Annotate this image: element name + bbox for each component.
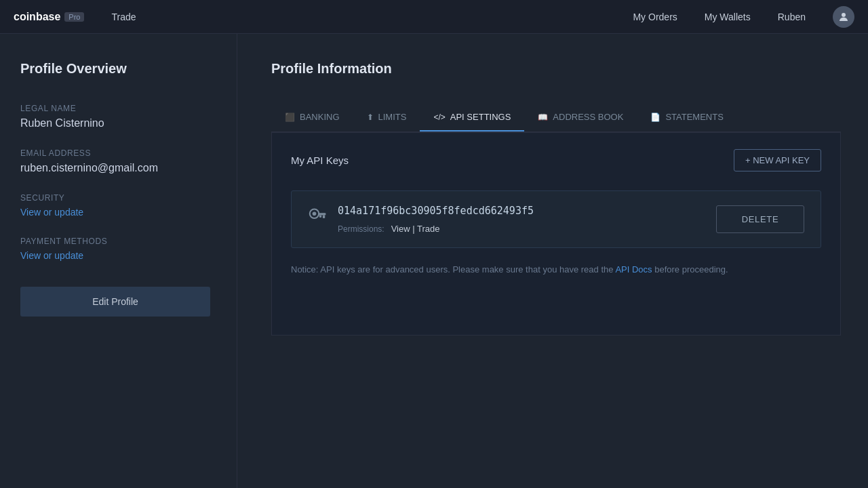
tab-api-settings[interactable]: </> API SETTINGS (420, 104, 524, 131)
security-link[interactable]: View or update (20, 207, 216, 218)
legal-name-label: Legal name (20, 104, 216, 113)
banking-icon: ⬛ (285, 113, 295, 122)
notice-text: Notice: API keys are for advanced users.… (291, 264, 615, 274)
payment-section: Payment Methods View or update (20, 237, 216, 261)
permissions-label: Permissions: (338, 224, 384, 234)
api-key-card: 014a171f96bc30905f8fedcd662493f5 Permiss… (291, 190, 821, 248)
nav-my-wallets[interactable]: My Wallets (705, 12, 751, 22)
security-label: Security (20, 193, 216, 203)
svg-rect-5 (319, 216, 321, 218)
tab-limits-label: LIMITS (378, 112, 407, 122)
new-api-key-button[interactable]: + NEW API KEY (734, 149, 821, 171)
api-notice: Notice: API keys are for advanced users.… (291, 264, 821, 274)
api-panel: My API Keys + NEW API KEY (271, 132, 841, 336)
sidebar-title: Profile Overview (20, 61, 216, 77)
pro-badge: Pro (64, 12, 84, 22)
tab-banking-label: BANKING (300, 112, 340, 122)
api-docs-link[interactable]: API Docs (615, 264, 652, 274)
edit-profile-button[interactable]: Edit Profile (20, 287, 210, 317)
security-section: Security View or update (20, 193, 216, 218)
tabs-bar: ⬛ BANKING ⬆ LIMITS </> API SETTINGS 📖 AD… (271, 104, 841, 132)
legal-name-value: Ruben Cisternino (20, 117, 216, 129)
tab-banking[interactable]: ⬛ BANKING (271, 104, 353, 131)
user-avatar[interactable] (833, 6, 854, 28)
topnav: coinbase Pro Trade My Orders My Wallets … (0, 0, 868, 34)
main-layout: Profile Overview Legal name Ruben Cister… (0, 34, 868, 488)
tab-statements-label: STATEMENTS (665, 112, 723, 122)
api-icon: </> (433, 113, 445, 122)
api-key-value: 014a171f96bc30905f8fedcd662493f5 (338, 205, 534, 217)
svg-rect-4 (323, 216, 325, 219)
payment-link[interactable]: View or update (20, 250, 216, 261)
svg-point-0 (842, 13, 846, 17)
nav-trade[interactable]: Trade (111, 12, 136, 22)
permissions-value: View | Trade (391, 224, 440, 234)
sidebar: Profile Overview Legal name Ruben Cister… (0, 34, 237, 488)
svg-rect-3 (318, 213, 326, 215)
api-keys-title: My API Keys (291, 155, 349, 166)
tab-address-book[interactable]: 📖 ADDRESS BOOK (524, 104, 637, 131)
nav-username[interactable]: Ruben (778, 12, 806, 22)
email-label: Email address (20, 148, 216, 158)
svg-point-2 (313, 211, 317, 216)
limits-icon: ⬆ (367, 113, 374, 122)
topnav-right: My Orders My Wallets Ruben (633, 6, 854, 28)
main-content: Profile Information ⬛ BANKING ⬆ LIMITS <… (237, 34, 868, 488)
tab-address-book-label: ADDRESS BOOK (553, 112, 623, 122)
email-value: ruben.cisternino@gmail.com (20, 162, 216, 174)
brand-logo[interactable]: coinbase Pro (14, 11, 84, 23)
key-icon (308, 206, 327, 230)
address-book-icon: 📖 (538, 113, 548, 122)
email-field: Email address ruben.cisternino@gmail.com (20, 148, 216, 174)
tab-statements[interactable]: 📄 STATEMENTS (637, 104, 736, 131)
key-icon-container (308, 205, 327, 230)
payment-label: Payment Methods (20, 237, 216, 246)
delete-api-key-button[interactable]: DELETE (716, 205, 804, 233)
api-key-info: 014a171f96bc30905f8fedcd662493f5 Permiss… (308, 205, 534, 234)
api-panel-header: My API Keys + NEW API KEY (291, 149, 821, 171)
page-title: Profile Information (271, 61, 841, 77)
statements-icon: 📄 (650, 113, 660, 122)
legal-name-field: Legal name Ruben Cisternino (20, 104, 216, 129)
api-permissions: Permissions: View | Trade (338, 224, 534, 234)
tab-limits[interactable]: ⬆ LIMITS (353, 104, 420, 131)
nav-my-orders[interactable]: My Orders (633, 12, 677, 22)
notice-suffix: before proceeding. (652, 264, 728, 274)
user-icon (837, 11, 850, 23)
brand-name: coinbase (14, 11, 60, 23)
api-key-details: 014a171f96bc30905f8fedcd662493f5 Permiss… (338, 205, 534, 234)
tab-api-settings-label: API SETTINGS (450, 112, 511, 122)
